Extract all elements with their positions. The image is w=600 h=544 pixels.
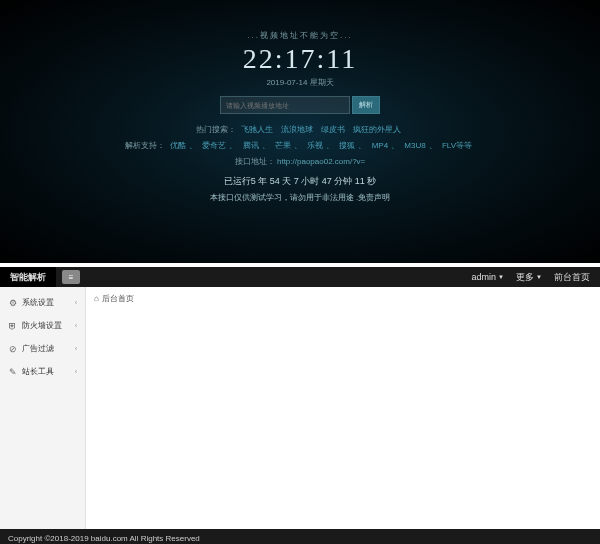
api-url: http://paopao02.com/?v= xyxy=(277,157,365,166)
brand-title: 智能解析 xyxy=(0,267,56,287)
support-link[interactable]: 爱奇艺 xyxy=(202,141,226,150)
footer-copyright: Copyright ©2018-2019 baidu.com All Right… xyxy=(0,529,600,544)
caret-down-icon: ▼ xyxy=(536,274,542,280)
frontend-home-link[interactable]: 前台首页 xyxy=(554,271,590,284)
hot-label: 热门搜索： xyxy=(196,125,236,134)
sidebar: ⚙ 系统设置 ‹ ⛨ 防火墙设置 ‹ ⊘ 广告过滤 ‹ ✎ 站长工具 ‹ xyxy=(0,287,86,529)
hot-search-row: 热门搜索： 飞驰人生 流浪地球 绿皮书 疯狂的外星人 xyxy=(0,124,600,135)
search-row: 解析 xyxy=(0,96,600,114)
hot-link[interactable]: 流浪地球 xyxy=(281,125,313,134)
chevron-left-icon: ‹ xyxy=(75,322,77,329)
hot-link[interactable]: 飞驰人生 xyxy=(241,125,273,134)
caret-down-icon: ▼ xyxy=(498,274,504,280)
hot-link[interactable]: 绿皮书 xyxy=(321,125,345,134)
clock-display: 22:17:11 xyxy=(0,43,600,75)
home-icon: ⌂ xyxy=(94,294,99,303)
support-link[interactable]: 搜狐 xyxy=(339,141,355,150)
menu-toggle-button[interactable]: ≡ xyxy=(62,270,80,284)
breadcrumb-text: 后台首页 xyxy=(102,293,134,304)
api-label: 接口地址： xyxy=(235,157,275,166)
hot-link[interactable]: 疯狂的外星人 xyxy=(353,125,401,134)
sidebar-item-ad-filter[interactable]: ⊘ 广告过滤 ‹ xyxy=(0,337,85,360)
runtime-text: 已运行5 年 54 天 7 小时 47 分钟 11 秒 xyxy=(0,175,600,188)
support-row: 解析支持： 优酷、 爱奇艺、 腾讯、 芒果、 乐视、 搜狐、 MP4、 M3U8… xyxy=(0,140,600,151)
sidebar-item-label: 防火墙设置 xyxy=(22,320,62,331)
sidebar-item-label: 站长工具 xyxy=(22,366,54,377)
chevron-left-icon: ‹ xyxy=(75,368,77,375)
gear-icon: ⚙ xyxy=(8,298,17,308)
parse-button[interactable]: 解析 xyxy=(352,96,380,114)
api-row: 接口地址： http://paopao02.com/?v= xyxy=(0,156,600,167)
panel-title: ...视频地址不能为空... xyxy=(0,30,600,41)
sidebar-item-label: 系统设置 xyxy=(22,297,54,308)
sidebar-item-firewall[interactable]: ⛨ 防火墙设置 ‹ xyxy=(0,314,85,337)
pencil-icon: ✎ xyxy=(8,367,17,377)
more-menu[interactable]: 更多 ▼ xyxy=(516,271,542,284)
more-label: 更多 xyxy=(516,271,534,284)
block-icon: ⊘ xyxy=(8,344,17,354)
main-content: ⌂ 后台首页 xyxy=(86,287,600,529)
support-link[interactable]: M3U8 xyxy=(404,141,425,150)
support-link[interactable]: 乐视 xyxy=(307,141,323,150)
admin-user-menu[interactable]: admin ▼ xyxy=(472,271,504,284)
admin-panel: 智能解析 ≡ admin ▼ 更多 ▼ 前台首页 ⚙ 系统设置 ‹ xyxy=(0,267,600,544)
video-parser-panel: ...视频地址不能为空... 22:17:11 2019-07-14 星期天 解… xyxy=(0,0,600,263)
video-url-input[interactable] xyxy=(220,96,350,114)
support-label: 解析支持： xyxy=(125,141,165,150)
support-link[interactable]: FLV等等 xyxy=(442,141,472,150)
shield-icon: ⛨ xyxy=(8,321,17,331)
sidebar-item-label: 广告过滤 xyxy=(22,343,54,354)
admin-user-label: admin xyxy=(472,272,497,282)
disclaimer-text: 本接口仅供测试学习，请勿用于非法用途 .免责声明 xyxy=(0,192,600,203)
support-link[interactable]: 芒果 xyxy=(275,141,291,150)
breadcrumb: ⌂ 后台首页 xyxy=(94,293,592,304)
admin-header: 智能解析 ≡ admin ▼ 更多 ▼ 前台首页 xyxy=(0,267,600,287)
support-link[interactable]: 优酷 xyxy=(170,141,186,150)
frontend-home-label: 前台首页 xyxy=(554,271,590,284)
chevron-left-icon: ‹ xyxy=(75,345,77,352)
date-display: 2019-07-14 星期天 xyxy=(0,77,600,88)
sidebar-item-system-settings[interactable]: ⚙ 系统设置 ‹ xyxy=(0,291,85,314)
chevron-left-icon: ‹ xyxy=(75,299,77,306)
support-link[interactable]: MP4 xyxy=(372,141,388,150)
support-link[interactable]: 腾讯 xyxy=(243,141,259,150)
sidebar-item-webmaster-tools[interactable]: ✎ 站长工具 ‹ xyxy=(0,360,85,383)
